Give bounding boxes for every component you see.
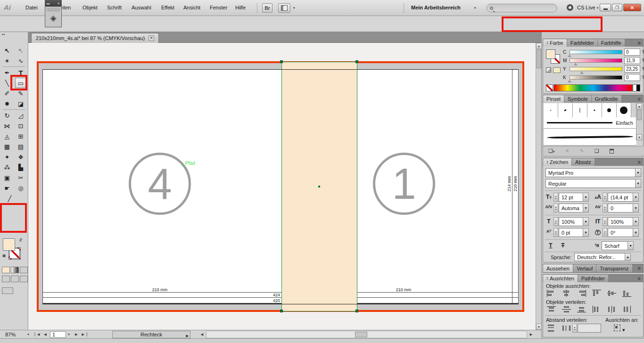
leading-field[interactable]: (14,4 pt bbox=[608, 193, 633, 202]
artboard-number-field[interactable]: 1 bbox=[50, 331, 66, 338]
artboard-dropdown-icon[interactable]: ▾ bbox=[66, 331, 72, 338]
horizontal-scrollbar[interactable] bbox=[206, 331, 527, 338]
font-size-dropdown-icon[interactable] bbox=[583, 193, 589, 202]
scale-tool[interactable]: ◿ bbox=[15, 110, 27, 121]
leading-dropdown-icon[interactable] bbox=[633, 193, 639, 202]
blob-brush-tool[interactable]: ✹ bbox=[1, 98, 13, 109]
arrange-documents-button[interactable] bbox=[278, 3, 290, 13]
language-field[interactable]: Deutsch: Refor... bbox=[574, 253, 625, 261]
tab-ausrichten[interactable]: Ausrichten bbox=[543, 275, 578, 282]
lasso-tool[interactable]: ∿ bbox=[15, 56, 27, 66]
tab-symbole[interactable]: Symbole bbox=[564, 95, 592, 103]
panel-menu-icon[interactable]: ≡ bbox=[636, 95, 643, 103]
tracking-stepper[interactable] bbox=[603, 204, 607, 212]
menu-hilfe[interactable]: Hilfe bbox=[235, 5, 246, 10]
font-family-field[interactable]: Myriad Pro bbox=[545, 168, 636, 177]
panel-menu-icon[interactable]: ≡ bbox=[636, 158, 643, 166]
zoom-tool[interactable]: ◎ bbox=[15, 183, 27, 193]
cs-live-menu[interactable]: CS Live bbox=[577, 5, 595, 10]
menu-fenster[interactable]: Fenster bbox=[210, 5, 227, 10]
menu-objekt[interactable]: Objekt bbox=[83, 5, 98, 10]
draw-normal-button[interactable] bbox=[2, 276, 10, 282]
color-mode-button[interactable] bbox=[2, 267, 10, 273]
new-brush-icon[interactable]: ❏ bbox=[594, 148, 599, 154]
toolbar-fill-swatch[interactable] bbox=[3, 238, 15, 251]
panel-menu-icon[interactable]: ≡ bbox=[636, 264, 643, 272]
direct-selection-tool[interactable]: ↖ bbox=[15, 45, 27, 56]
menu-auswahl[interactable]: Auswahl bbox=[132, 5, 151, 10]
font-style-dropdown-icon[interactable] bbox=[635, 179, 641, 188]
black-value-field[interactable]: 0 bbox=[624, 74, 640, 81]
antialias-dropdown-icon[interactable] bbox=[627, 241, 634, 250]
brush-item-einfach[interactable]: Einfach bbox=[544, 117, 636, 129]
search-input[interactable] bbox=[487, 4, 557, 12]
scroll-left-icon[interactable]: ◀ bbox=[199, 331, 205, 338]
black-slider-handle[interactable] bbox=[568, 80, 571, 82]
eyedropper-tool[interactable]: ✦ bbox=[1, 152, 13, 162]
hand-tool[interactable]: ☛ bbox=[1, 183, 13, 193]
document-close-icon[interactable]: ✕ bbox=[149, 35, 154, 41]
next-artboard-icon[interactable]: ▶ bbox=[74, 331, 79, 338]
baseline-shift-dropdown-icon[interactable] bbox=[583, 228, 589, 237]
bridge-button[interactable]: Br bbox=[262, 3, 272, 13]
align-bottom-icon[interactable] bbox=[622, 290, 631, 297]
line-tool[interactable]: ╲ bbox=[1, 78, 13, 88]
brush-options-icon[interactable]: ✎ bbox=[580, 148, 584, 154]
selection-handle-bl[interactable] bbox=[280, 310, 283, 312]
zoom-level-field[interactable]: 87% bbox=[3, 331, 25, 338]
spectrum-none-swatch[interactable] bbox=[546, 84, 553, 91]
pencil-tool[interactable]: ✎ bbox=[15, 88, 27, 98]
kerning-field[interactable]: Automa bbox=[559, 204, 583, 212]
brush-item[interactable] bbox=[587, 103, 602, 117]
kerning-dropdown-icon[interactable] bbox=[583, 204, 589, 212]
menu-schrift[interactable]: Schrift bbox=[107, 5, 122, 10]
last-artboard-icon[interactable]: ▶▕ bbox=[81, 331, 88, 338]
symbol-sprayer-tool[interactable]: ⁂ bbox=[1, 162, 13, 172]
brush-item[interactable] bbox=[558, 103, 573, 117]
brush-libraries-icon[interactable]: ❏▾ bbox=[548, 148, 554, 154]
brush-item[interactable] bbox=[617, 103, 631, 117]
tracking-dropdown-icon[interactable] bbox=[633, 204, 639, 212]
paintbrush-tool[interactable]: ✐ bbox=[1, 88, 13, 98]
brush-item-charcoal[interactable] bbox=[544, 129, 636, 146]
page-number-circle-1[interactable]: 1 bbox=[373, 153, 435, 215]
vertical-scale-stepper[interactable] bbox=[603, 217, 607, 226]
cyan-slider[interactable] bbox=[570, 50, 622, 54]
type-tool[interactable]: T bbox=[15, 67, 27, 78]
floating-panel[interactable]: ▸▸ ✕ ◈ bbox=[45, 0, 62, 27]
antialias-field[interactable]: Scharf bbox=[602, 241, 628, 250]
tab-farbe[interactable]: Farbe bbox=[543, 39, 567, 47]
scroll-down-icon[interactable]: ▼ bbox=[636, 134, 642, 140]
cyan-value-field[interactable]: 0 bbox=[624, 49, 640, 56]
default-fill-stroke-icon[interactable]: ▣ bbox=[2, 253, 6, 258]
yellow-value-field[interactable]: 23,25 bbox=[624, 65, 640, 73]
baseline-shift-field[interactable]: 0 pt bbox=[559, 228, 583, 237]
cs-live-dropdown-icon[interactable]: ▾ bbox=[597, 6, 599, 10]
window-minimize-button[interactable] bbox=[600, 4, 611, 11]
first-artboard-icon[interactable]: ▏◀ bbox=[34, 331, 41, 338]
zoom-dropdown-icon[interactable]: ▾ bbox=[25, 331, 31, 338]
delete-brush-icon[interactable] bbox=[610, 149, 614, 154]
spacing-stepper[interactable] bbox=[572, 324, 577, 333]
selection-tool[interactable]: ↖ bbox=[1, 45, 13, 56]
width-tool[interactable]: ⋈ bbox=[1, 121, 13, 131]
tracking-field[interactable]: 0 bbox=[608, 204, 633, 212]
scroll-up-icon[interactable]: ▲ bbox=[636, 103, 642, 109]
vertical-scale-dropdown-icon[interactable] bbox=[633, 217, 639, 226]
gradient-mode-button[interactable] bbox=[11, 267, 19, 273]
leading-stepper[interactable] bbox=[603, 193, 607, 202]
font-family-dropdown-icon[interactable] bbox=[635, 168, 641, 177]
font-size-field[interactable]: 12 pt bbox=[559, 193, 583, 202]
char-rotation-field[interactable]: 0° bbox=[608, 228, 633, 237]
color-spectrum-bar[interactable] bbox=[553, 84, 633, 91]
menu-effekt[interactable]: Effekt bbox=[161, 5, 174, 10]
language-dropdown-icon[interactable] bbox=[625, 253, 631, 261]
swap-fill-stroke-icon[interactable]: ⇄ bbox=[18, 237, 24, 243]
baseline-shift-stepper[interactable] bbox=[553, 228, 558, 237]
vertical-spacing-icon[interactable] bbox=[547, 325, 556, 332]
draw-behind-button[interactable] bbox=[11, 276, 19, 282]
black-slider[interactable] bbox=[570, 75, 622, 80]
distribute-bottom-icon[interactable] bbox=[577, 306, 586, 313]
spacing-field[interactable] bbox=[578, 324, 601, 333]
vertical-scrollbar[interactable]: ▲ ▼ bbox=[536, 43, 541, 330]
